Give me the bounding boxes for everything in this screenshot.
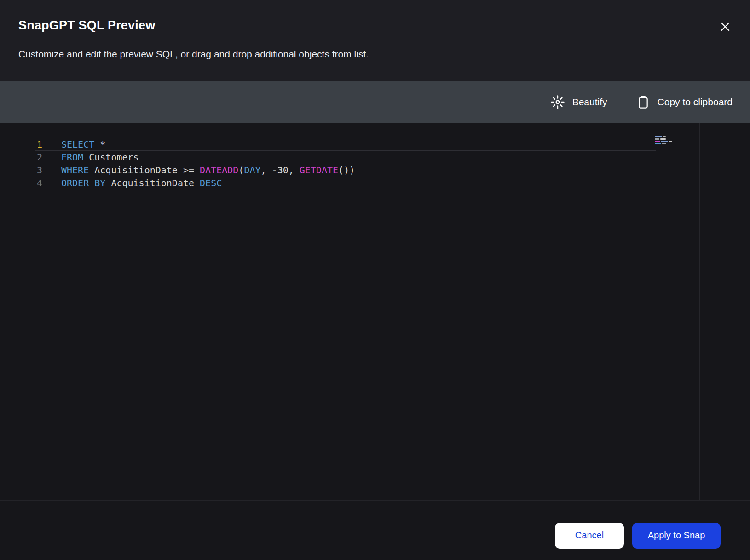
code-line[interactable]: 1SELECT * <box>0 138 750 151</box>
code-line[interactable]: 2FROM Customers <box>0 151 750 164</box>
line-number: 1 <box>0 139 42 150</box>
code-text: ORDER BY AcquisitionDate DESC <box>61 177 222 189</box>
page-subtitle: Customize and edit the preview SQL, or d… <box>18 49 369 60</box>
beautify-label: Beautify <box>572 97 607 108</box>
page-title: SnapGPT SQL Preview <box>18 18 155 33</box>
close-icon <box>719 20 732 33</box>
beautify-sparkle-icon <box>550 94 565 110</box>
code-line[interactable]: 4ORDER BY AcquisitionDate DESC <box>0 177 750 189</box>
code-text: WHERE AcquisitionDate >= DATEADD(DAY, -3… <box>61 165 355 176</box>
line-number: 2 <box>0 152 42 163</box>
clipboard-icon <box>636 95 651 109</box>
apply-to-snap-button[interactable]: Apply to Snap <box>632 523 721 549</box>
code-lines: 1SELECT *2FROM Customers3WHERE Acquisiti… <box>0 138 750 189</box>
editor-ruler <box>699 123 700 500</box>
code-line[interactable]: 3WHERE AcquisitionDate >= DATEADD(DAY, -… <box>0 164 750 177</box>
close-button[interactable] <box>717 18 733 35</box>
editor-toolbar: Beautify Copy to clipboard <box>0 81 750 123</box>
copy-to-clipboard-label: Copy to clipboard <box>658 97 733 108</box>
modal-header: SnapGPT SQL Preview Customize and edit t… <box>0 0 750 81</box>
modal-footer: Cancel Apply to Snap <box>0 500 750 560</box>
line-number: 4 <box>0 177 42 189</box>
line-number: 3 <box>0 165 42 176</box>
code-text: SELECT * <box>61 139 105 150</box>
cancel-button[interactable]: Cancel <box>555 523 624 549</box>
sql-code-editor[interactable]: 1SELECT *2FROM Customers3WHERE Acquisiti… <box>0 123 750 500</box>
beautify-button[interactable]: Beautify <box>550 94 607 110</box>
minimap[interactable] <box>655 136 680 145</box>
code-text: FROM Customers <box>61 152 139 163</box>
copy-to-clipboard-button[interactable]: Copy to clipboard <box>636 95 733 109</box>
